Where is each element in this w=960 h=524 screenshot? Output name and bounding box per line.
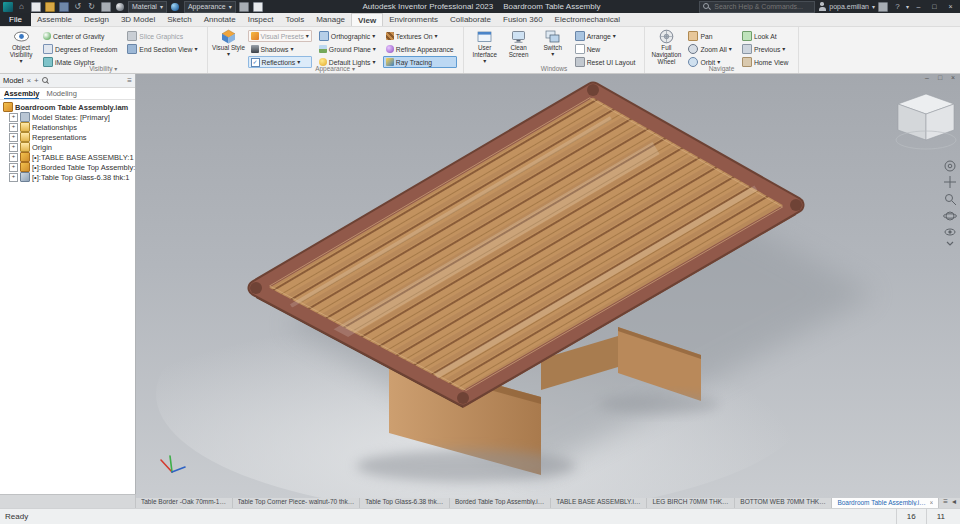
visual-style-label: Visual Style bbox=[212, 44, 245, 51]
open-icon[interactable] bbox=[44, 1, 55, 12]
textures-on-label: Textures On bbox=[396, 33, 433, 40]
tab-close-icon[interactable]: × bbox=[930, 499, 934, 506]
appearance-dropdown[interactable]: Appearance ▾ bbox=[184, 1, 236, 13]
expand-icon[interactable]: + bbox=[9, 113, 18, 122]
panel-label-appearance[interactable]: Appearance ▾ bbox=[208, 64, 463, 73]
tree-item-relationships[interactable]: + Relationships bbox=[0, 122, 135, 132]
panel-label-visibility[interactable]: Visibility ▾ bbox=[0, 64, 207, 73]
tab-modeling[interactable]: Modeling bbox=[46, 89, 76, 98]
viewport-canvas[interactable] bbox=[136, 74, 960, 498]
textures-on-button[interactable]: Textures On ▾ bbox=[383, 30, 457, 42]
tree-item-table-base-assembly[interactable]: + [•]:TABLE BASE ASSEMBLY:1 bbox=[0, 152, 135, 162]
chevron-down-icon: ▾ bbox=[227, 51, 230, 57]
ribbon-tab-design[interactable]: Design bbox=[78, 13, 115, 26]
expand-icon[interactable]: + bbox=[9, 143, 18, 152]
ground-plane-button[interactable]: Ground Plane ▾ bbox=[316, 43, 379, 55]
user-name[interactable]: popa.emilian bbox=[829, 3, 869, 10]
home-icon[interactable]: ⌂ bbox=[16, 1, 27, 12]
panel-label-navigate[interactable]: Navigate bbox=[645, 64, 797, 73]
ribbon-tab-tools[interactable]: Tools bbox=[279, 13, 310, 26]
end-section-view-button[interactable]: End Section View ▾ bbox=[124, 43, 200, 55]
ribbon-tab-environments[interactable]: Environments bbox=[383, 13, 444, 26]
chevron-down-icon[interactable]: ▾ bbox=[906, 4, 909, 10]
minimize-button[interactable]: – bbox=[912, 1, 925, 12]
slice-graphics-button[interactable]: Slice Graphics bbox=[124, 30, 200, 42]
ribbon-tab-assemble[interactable]: Assemble bbox=[31, 13, 78, 26]
tree-item-borded-table-top-assembly[interactable]: + [•]:Borded Table Top Assembly:1 bbox=[0, 162, 135, 172]
new-window-button[interactable]: New bbox=[572, 43, 639, 55]
expand-icon[interactable]: + bbox=[9, 133, 18, 142]
maximize-button[interactable]: □ bbox=[928, 1, 941, 12]
tab-assembly[interactable]: Assembly bbox=[4, 89, 39, 99]
browser-search-icon[interactable] bbox=[42, 77, 50, 85]
previous-view-button[interactable]: Previous ▾ bbox=[739, 43, 792, 55]
look-at-button[interactable]: Look At bbox=[739, 30, 792, 42]
browser-add-tab-icon[interactable]: + bbox=[34, 77, 39, 85]
user-avatar-icon[interactable] bbox=[818, 2, 826, 11]
ribbon-tab-sketch[interactable]: Sketch bbox=[161, 13, 197, 26]
browser-close-icon[interactable]: × bbox=[26, 77, 31, 85]
measure-icon[interactable] bbox=[253, 1, 264, 12]
undo-icon[interactable]: ↺ bbox=[72, 1, 83, 12]
degrees-of-freedom-label: Degrees of Freedom bbox=[55, 46, 117, 53]
3d-viewport[interactable]: – □ × bbox=[136, 74, 960, 494]
tree-root[interactable]: Boardroom Table Assembly.iam bbox=[0, 102, 135, 112]
expand-icon[interactable]: + bbox=[9, 173, 18, 182]
tree-item-table-top-glass[interactable]: + [•]:Table Top Glass-6.38 thk:1 bbox=[0, 172, 135, 182]
close-button[interactable]: × bbox=[944, 1, 957, 12]
tab-scroll-left-icon[interactable]: ◂ bbox=[952, 497, 956, 506]
refine-appearance-button[interactable]: Refine Appearance bbox=[383, 43, 457, 55]
ribbon-tab-fusion-360[interactable]: Fusion 360 bbox=[497, 13, 549, 26]
ribbon-tab-manage[interactable]: Manage bbox=[310, 13, 351, 26]
center-of-gravity-button[interactable]: Center of Gravity bbox=[40, 30, 120, 42]
visual-style-button[interactable]: Visual Style ▾ bbox=[212, 28, 246, 57]
adjust-icon[interactable] bbox=[239, 1, 250, 12]
inventor-logo[interactable] bbox=[3, 2, 13, 12]
ribbon-tab-file[interactable]: File bbox=[0, 13, 31, 26]
degrees-of-freedom-button[interactable]: Degrees of Freedom bbox=[40, 43, 120, 55]
save-icon[interactable] bbox=[58, 1, 69, 12]
expand-icon[interactable]: + bbox=[9, 153, 18, 162]
search-input[interactable] bbox=[714, 3, 811, 10]
tree-item-model-states[interactable]: + Model States: [Primary] bbox=[0, 112, 135, 122]
material-sphere-icon[interactable] bbox=[114, 1, 125, 12]
expand-icon[interactable]: + bbox=[9, 163, 18, 172]
object-visibility-button[interactable]: Object Visibility ▾ bbox=[4, 28, 38, 64]
chevron-down-icon: ▾ bbox=[114, 66, 117, 72]
arrange-button[interactable]: Arrange ▾ bbox=[572, 30, 639, 42]
user-interface-button[interactable]: User Interface ▾ bbox=[468, 28, 502, 64]
pan-button[interactable]: Pan bbox=[685, 30, 734, 42]
help-search-box[interactable] bbox=[699, 1, 815, 13]
switch-button[interactable]: Switch ▾ bbox=[536, 28, 570, 57]
ribbon-tab-view[interactable]: View bbox=[351, 13, 383, 26]
doc-restore-icon[interactable]: □ bbox=[935, 74, 945, 81]
full-navigation-wheel-button[interactable]: Full Navigation Wheel bbox=[649, 28, 683, 65]
tab-list-icon[interactable]: ≡ bbox=[943, 497, 948, 506]
ribbon-tab-inspect[interactable]: Inspect bbox=[242, 13, 280, 26]
expand-icon[interactable]: + bbox=[9, 123, 18, 132]
appearance-sphere-icon[interactable] bbox=[170, 1, 181, 12]
tree-item-origin[interactable]: + Origin bbox=[0, 142, 135, 152]
visual-presets-button[interactable]: Visual Presets ▾ bbox=[248, 30, 312, 42]
ribbon-tab-electromechanical[interactable]: Electromechanical bbox=[549, 13, 626, 26]
doc-minimize-icon[interactable]: – bbox=[922, 74, 932, 81]
tree-item-representations[interactable]: + Representations bbox=[0, 132, 135, 142]
redo-icon[interactable]: ↻ bbox=[86, 1, 97, 12]
print-icon[interactable] bbox=[100, 1, 111, 12]
clean-screen-button[interactable]: Clean Screen bbox=[502, 28, 536, 58]
ribbon-tab-annotate[interactable]: Annotate bbox=[198, 13, 242, 26]
zoom-all-button[interactable]: Zoom All ▾ bbox=[685, 43, 734, 55]
material-dropdown[interactable]: Material ▾ bbox=[128, 1, 167, 13]
app-store-icon[interactable] bbox=[878, 1, 889, 12]
panel-label-windows[interactable]: Windows bbox=[464, 64, 645, 73]
browser-filter-icon[interactable]: ≡ bbox=[127, 77, 132, 85]
help-icon[interactable]: ? bbox=[892, 1, 903, 12]
chevron-down-icon[interactable]: ▾ bbox=[872, 4, 875, 10]
browser-panel-title[interactable]: Model bbox=[3, 76, 23, 85]
doc-close-icon[interactable]: × bbox=[948, 74, 958, 81]
shadows-button[interactable]: Shadows ▾ bbox=[248, 43, 312, 55]
ribbon-tab-3d-model[interactable]: 3D Model bbox=[115, 13, 161, 26]
orthographic-button[interactable]: Orthographic ▾ bbox=[316, 30, 379, 42]
ribbon-tab-collaborate[interactable]: Collaborate bbox=[444, 13, 497, 26]
new-file-icon[interactable] bbox=[30, 1, 41, 12]
